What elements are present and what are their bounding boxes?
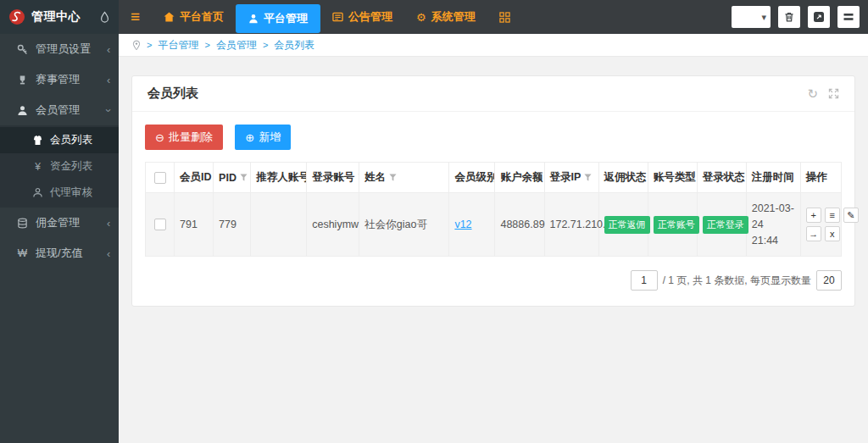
chevron-left-icon: › [107, 43, 110, 56]
brand: 管理中心 [0, 0, 119, 34]
sidebar-item-withdraw-recharge[interactable]: ₩ 提现/充值 › [0, 238, 119, 269]
panel-title: 会员列表 [147, 86, 198, 102]
breadcrumb: > 平台管理 > 会员管理 > 会员列表 [119, 34, 868, 57]
chevron-down-icon: › [102, 108, 114, 112]
col-login-account: 登录账号 [307, 163, 359, 193]
edit-action-icon[interactable]: ✎ [843, 208, 859, 223]
member-table: 会员ID PID 推荐人账号 [145, 162, 842, 257]
col-referrer: 推荐人账号 [251, 163, 307, 193]
member-list-panel: 会员列表 ↻ ⊖ 批量删除 ⊕ 新增 [131, 75, 855, 307]
sidebar-item-commission[interactable]: 佣金管理 › [0, 208, 119, 238]
row-checkbox[interactable] [154, 219, 166, 230]
col-account-type: 账号类型 [648, 163, 697, 193]
key-icon [17, 44, 28, 55]
transfer-action-icon[interactable]: → [806, 226, 821, 241]
pagination: / 1 页, 共 1 条数据, 每页显示数量 [145, 270, 842, 291]
menu-button[interactable] [837, 6, 860, 28]
refresh-icon[interactable]: ↻ [807, 87, 818, 100]
page-size-input[interactable] [816, 270, 842, 291]
chevron-left-icon: › [107, 74, 110, 86]
sidebar-item-members[interactable]: 会员管理 › [0, 95, 119, 125]
coins-icon [17, 218, 28, 229]
member-icon [17, 105, 28, 116]
gear-icon: ⚙ [416, 11, 426, 24]
yen-icon: ¥ [32, 161, 43, 173]
fullscreen-icon[interactable] [828, 88, 839, 99]
logo-icon [8, 8, 25, 25]
won-icon: ₩ [17, 247, 28, 259]
home-icon [164, 12, 175, 22]
announcement-list-icon [332, 12, 343, 22]
agent-icon [32, 187, 43, 198]
filter-icon[interactable] [389, 174, 397, 181]
sidebar-item-funds-list[interactable]: ¥ 资金列表 [0, 153, 119, 180]
nav-item-announcement[interactable]: 公告管理 [320, 0, 404, 34]
current-page-input[interactable] [631, 270, 658, 291]
panel-header: 会员列表 ↻ [132, 76, 854, 112]
col-actions: 操作 [800, 163, 841, 193]
screen-button[interactable] [808, 6, 830, 28]
user-icon [248, 14, 259, 24]
cell-balance: 48886.89 [495, 193, 544, 257]
select-all-checkbox[interactable] [154, 172, 166, 184]
member-level-link[interactable]: v12 [454, 219, 471, 230]
col-level: 会员级别 [449, 163, 495, 193]
sidebar-toggle-icon[interactable]: ≡ [119, 0, 152, 34]
sidebar-item-agent-review[interactable]: 代理审核 [0, 180, 119, 206]
sidebar-item-member-list[interactable]: 会员列表 [0, 127, 119, 153]
plus-circle-icon: ⊕ [245, 131, 254, 144]
nav-item-system[interactable]: ⚙ 系统管理 [404, 0, 487, 34]
cell-pid: 779 [214, 193, 251, 257]
cell-name: 社会你giao哥 [359, 193, 449, 257]
vest-icon [32, 135, 43, 146]
apps-grid-icon[interactable] [487, 0, 522, 34]
cell-referrer [251, 193, 307, 257]
trash-icon [783, 11, 795, 23]
chevron-down-icon: ▾ [761, 12, 766, 23]
breadcrumb-separator: > [263, 40, 268, 50]
sidebar: 管理员设置 › 赛事管理 › 会员管理 › 会员列表 ¥ 资金列表 [0, 34, 119, 443]
batch-delete-button[interactable]: ⊖ 批量删除 [145, 125, 223, 150]
topbar-dropdown[interactable]: ▾ [732, 6, 771, 28]
trophy-icon [17, 75, 28, 86]
login-status-badge[interactable]: 正常登录 [703, 216, 748, 234]
droplet-icon[interactable] [99, 11, 110, 24]
cell-member-id: 791 [175, 193, 214, 257]
add-new-button[interactable]: ⊕ 新增 [235, 125, 291, 150]
account-type-badge[interactable]: 正常账号 [654, 216, 699, 234]
breadcrumb-link-members[interactable]: 会员管理 [216, 38, 257, 53]
top-nav-tabs: 平台首页 平台管理 公告管理 ⚙ 系统管理 [152, 0, 522, 34]
rebate-status-badge[interactable]: 正常返佣 [604, 216, 650, 234]
sidebar-item-events[interactable]: 赛事管理 › [0, 64, 119, 95]
col-login-ip: 登录IP [544, 163, 598, 193]
col-rebate-status: 返佣状态 [598, 163, 648, 193]
col-member-id: 会员ID [175, 163, 214, 193]
sidebar-item-admin-settings[interactable]: 管理员设置 › [0, 34, 119, 64]
main-area: > 平台管理 > 会员管理 > 会员列表 会员列表 ↻ ⊖ 批量删除 [119, 34, 868, 443]
sidebar-submenu-members: 会员列表 ¥ 资金列表 代理审核 [0, 125, 119, 208]
add-action-icon[interactable]: + [806, 208, 821, 223]
col-login-status: 登录状态 [697, 163, 746, 193]
row-actions: + ≡ ✎ → x [806, 208, 864, 241]
breadcrumb-separator: > [147, 40, 152, 50]
filter-icon[interactable] [240, 174, 248, 181]
nav-item-platform-home[interactable]: 平台首页 [152, 0, 236, 34]
detail-action-icon[interactable]: ≡ [825, 208, 840, 223]
table-row: 791 779 ceshiymw 社会你giao哥 v12 48886.89 1… [146, 193, 842, 257]
col-balance: 账户余额 [495, 163, 544, 193]
bars-icon [843, 12, 854, 22]
breadcrumb-separator: > [204, 40, 209, 50]
delete-action-icon[interactable]: x [825, 226, 840, 241]
breadcrumb-link-member-list[interactable]: 会员列表 [274, 38, 314, 53]
chevron-left-icon: › [107, 217, 110, 230]
col-name: 姓名 [359, 163, 449, 193]
content-area: 会员列表 ↻ ⊖ 批量删除 ⊕ 新增 [119, 57, 868, 443]
trash-button[interactable] [778, 6, 800, 28]
pin-icon [132, 40, 141, 51]
filter-icon[interactable] [584, 174, 592, 181]
topbar-right-controls: ▾ [732, 0, 868, 34]
nav-item-platform-manage[interactable]: 平台管理 [236, 4, 320, 33]
breadcrumb-link-platform[interactable]: 平台管理 [158, 38, 198, 53]
chevron-left-icon: › [107, 247, 110, 260]
arrow-square-icon [813, 11, 825, 23]
